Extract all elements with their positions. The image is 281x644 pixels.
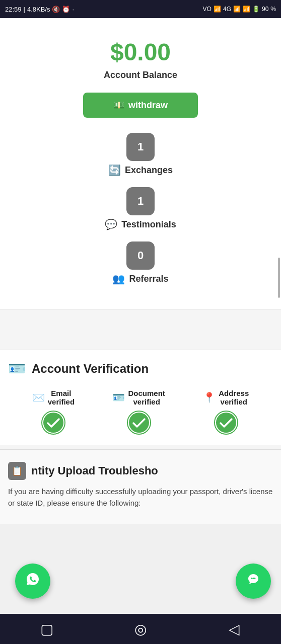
home-icon: ◎: [134, 621, 147, 637]
email-verification-item: ✉️ Emailverified: [32, 389, 75, 435]
verification-section: 🪪 Account Verification ✉️ Emailverified: [0, 350, 281, 445]
battery-percent: %: [270, 6, 276, 13]
square-icon: ▢: [40, 621, 53, 637]
email-icon: ✉️: [32, 391, 45, 404]
withdraw-button[interactable]: 💵 withdraw: [83, 93, 198, 118]
status-bar: 22:59 | 4.8KB/s 🔇 ⏰ · VO 📶 4G 📶 📶 🔋 90 %: [0, 0, 281, 18]
address-check-icon: [214, 410, 239, 435]
referrals-icon: 👥: [112, 273, 125, 285]
document-verification-item: 🪪 Documentverified: [112, 389, 165, 435]
troubleshoot-title-text: ntity Upload Troublesho: [31, 464, 158, 477]
address-verification-item: 📍 Addressverified: [203, 389, 249, 435]
referrals-label: 👥 Referrals: [112, 273, 168, 285]
troubleshoot-text: If you are having difficulty successfull…: [8, 486, 273, 509]
dot-indicator: ·: [72, 6, 74, 13]
nav-home-button[interactable]: ◎: [125, 614, 156, 644]
network-speed-value: 4.8KB/s: [27, 6, 50, 13]
address-label: 📍 Addressverified: [203, 389, 249, 406]
troubleshoot-icon: 📋: [8, 462, 26, 480]
network-speed: |: [24, 6, 25, 13]
whatsapp-icon: [23, 570, 42, 593]
mute-icon: 🔇: [52, 6, 60, 13]
email-check-icon: [41, 410, 66, 435]
balance-label: Account Balance: [10, 70, 271, 80]
balance-amount: $0.00: [10, 38, 271, 66]
document-icon: 🪪: [112, 391, 125, 404]
troubleshoot-title: 📋 ntity Upload Troublesho: [8, 462, 273, 480]
signal2-icon: 📶: [233, 6, 241, 13]
exchanges-icon: 🔄: [108, 164, 121, 176]
signal-icon: 📶: [214, 6, 221, 13]
exchanges-label: 🔄 Exchanges: [108, 164, 173, 176]
withdraw-label: withdraw: [128, 100, 168, 111]
balance-card: $0.00 Account Balance 💵 withdraw 1 🔄 Exc…: [0, 18, 281, 309]
status-left: 22:59 | 4.8KB/s 🔇 ⏰ ·: [5, 6, 74, 13]
verification-title-text: Account Verification: [32, 362, 149, 376]
testimonials-icon: 💬: [105, 218, 117, 230]
battery-icon: 🔋: [252, 6, 260, 13]
bottom-navigation: ▢ ◎ ◁: [0, 614, 281, 644]
testimonials-label: 💬 Testimonials: [105, 218, 176, 230]
withdraw-icon: 💵: [113, 100, 124, 111]
verification-title: 🪪 Account Verification: [8, 360, 273, 377]
referrals-count: 0: [126, 242, 155, 270]
svg-point-5: [216, 413, 236, 433]
document-check-icon: [126, 410, 152, 435]
nav-back-button[interactable]: ◁: [219, 614, 249, 644]
main-content: $0.00 Account Balance 💵 withdraw 1 🔄 Exc…: [0, 18, 281, 524]
time: 22:59: [5, 6, 22, 13]
troubleshoot-section: 📋 ntity Upload Troublesho If you are hav…: [0, 449, 281, 524]
lte-icon: 4G: [223, 6, 231, 13]
back-icon: ◁: [229, 621, 240, 637]
email-label: ✉️ Emailverified: [32, 389, 75, 406]
whatsapp-fab-button[interactable]: [15, 564, 50, 599]
verification-grid: ✉️ Emailverified 🪪 Documentverified: [8, 389, 273, 435]
chat-icon: [244, 570, 263, 593]
stats-container: 1 🔄 Exchanges 1 💬 Testimonials 0 👥 Refer…: [10, 133, 271, 294]
document-label: 🪪 Documentverified: [112, 389, 165, 406]
battery-level: 90: [262, 6, 268, 13]
address-icon: 📍: [203, 391, 216, 404]
alarm-icon: ⏰: [62, 6, 70, 13]
svg-point-3: [129, 413, 149, 433]
status-right: VO 📶 4G 📶 📶 🔋 90 %: [203, 6, 276, 13]
volte-icon: VO: [203, 6, 212, 13]
verification-title-icon: 🪪: [8, 360, 26, 377]
exchanges-count: 1: [126, 133, 155, 161]
scroll-indicator: [278, 258, 280, 298]
svg-point-1: [43, 413, 63, 433]
content-spacer: [0, 309, 281, 350]
nav-square-button[interactable]: ▢: [32, 614, 62, 644]
testimonials-count: 1: [126, 187, 155, 215]
chat-fab-button[interactable]: [236, 564, 271, 599]
wifi-icon: 📶: [243, 6, 250, 13]
